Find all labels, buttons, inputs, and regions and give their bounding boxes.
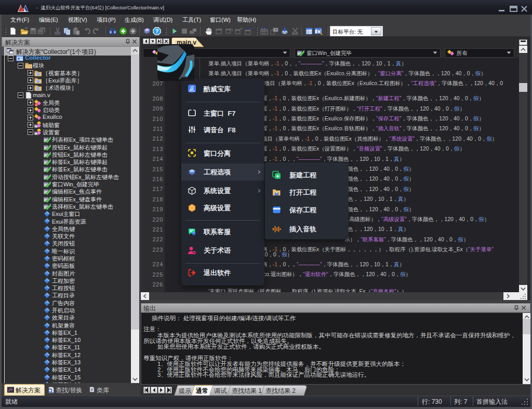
svg-text:G: G	[36, 72, 39, 76]
svg-text:G: G	[36, 79, 39, 83]
svg-text:?: ?	[155, 28, 159, 34]
svg-text:G: G	[36, 87, 39, 90]
